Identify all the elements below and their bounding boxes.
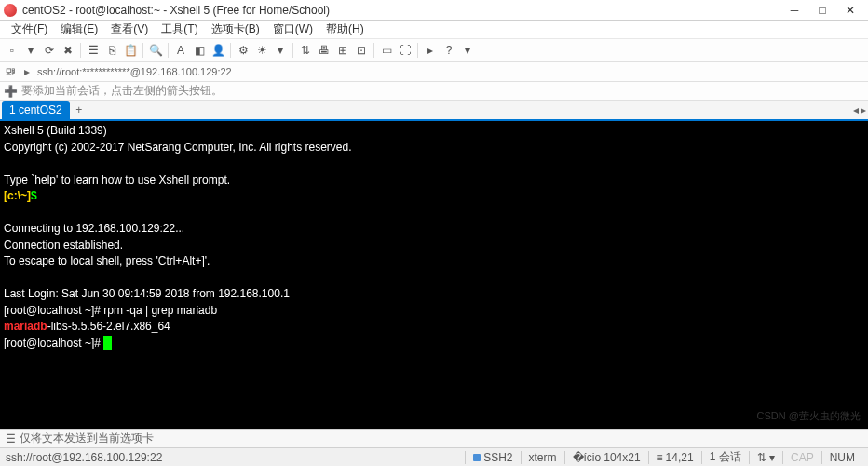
status-cap: CAP bbox=[782, 451, 821, 464]
tab-bar: 1 centOS2 + ◂ ▸ bbox=[0, 101, 868, 121]
escape-line: To escape to local shell, press 'Ctrl+Al… bbox=[4, 254, 210, 267]
transfer-icon[interactable]: ⇅ bbox=[297, 42, 314, 59]
separator bbox=[417, 43, 418, 58]
hint-bar: ➕ 要添加当前会话，点击左侧的箭头按钮。 bbox=[0, 82, 868, 101]
status-bar: ssh://root@192.168.100.129:22 SSH2 xterm… bbox=[0, 447, 868, 466]
tab-next-icon[interactable]: ▸ bbox=[861, 103, 866, 116]
banner-line: Copyright (c) 2002-2017 NetSarang Comput… bbox=[4, 141, 352, 154]
local-prompt: [c:\~] bbox=[4, 189, 31, 202]
disconnect-icon[interactable]: ✖ bbox=[60, 42, 76, 59]
toolbar: ▫ ▾ ⟳ ✖ ☰ ⎘ 📋 🔍 A ◧ 👤 ⚙ ☀ ▾ ⇅ 🖶 ⊞ ⊡ ▭ ⛶ … bbox=[0, 39, 868, 62]
session-tab[interactable]: 1 centOS2 bbox=[2, 101, 70, 119]
minimize-button[interactable]: ─ bbox=[780, 1, 808, 20]
menu-help[interactable]: 帮助(H) bbox=[320, 20, 370, 39]
tool-icon[interactable]: ▾ bbox=[272, 42, 289, 59]
open-session-icon[interactable]: ▾ bbox=[22, 42, 39, 59]
reconnect-icon[interactable]: ⟳ bbox=[41, 42, 58, 59]
cursor bbox=[103, 336, 112, 350]
status-ssh: SSH2 bbox=[465, 451, 520, 464]
maximize-button[interactable]: □ bbox=[808, 1, 836, 20]
font-icon[interactable]: A bbox=[172, 42, 189, 59]
close-button[interactable]: ✕ bbox=[836, 1, 864, 20]
paste-icon[interactable]: 📋 bbox=[122, 42, 139, 59]
terminal[interactable]: Xshell 5 (Build 1339) Copyright (c) 2002… bbox=[0, 121, 868, 429]
separator bbox=[168, 43, 169, 58]
tool-icon[interactable]: ⚙ bbox=[235, 42, 251, 59]
tab-label: 1 centOS2 bbox=[9, 103, 62, 116]
status-num: NUM bbox=[821, 451, 862, 464]
watermark: CSDN @萤火虫的微光 bbox=[757, 410, 861, 423]
address-input[interactable]: ssh://root:************@192.168.100.129:… bbox=[37, 66, 864, 77]
connecting-line: Connecting to 192.168.100.129:22... bbox=[4, 222, 184, 235]
grep-match: mariadb bbox=[4, 320, 47, 333]
prompt-symbol: $ bbox=[31, 189, 37, 202]
status-term: xterm bbox=[521, 451, 564, 464]
menu-edit[interactable]: 编辑(E) bbox=[55, 20, 103, 39]
menu-bar: 文件(F) 编辑(E) 查看(V) 工具(T) 选项卡(B) 窗口(W) 帮助(… bbox=[0, 21, 868, 39]
help-icon[interactable]: ? bbox=[441, 42, 457, 59]
shell-prompt: [root@localhost ~]# bbox=[4, 304, 103, 317]
menu-file[interactable]: 文件(F) bbox=[6, 20, 53, 39]
separator bbox=[292, 43, 293, 58]
tool-icon[interactable]: ☀ bbox=[253, 42, 270, 59]
tool-icon[interactable]: ⊡ bbox=[353, 42, 370, 59]
tool-icon[interactable]: ⊞ bbox=[334, 42, 351, 59]
separator bbox=[230, 43, 231, 58]
window-title: centOS2 - root@localhost:~ - Xshell 5 (F… bbox=[22, 4, 780, 17]
separator bbox=[373, 43, 374, 58]
new-session-icon[interactable]: ▫ bbox=[4, 42, 20, 59]
dropdown-icon[interactable]: ▾ bbox=[459, 42, 476, 59]
help-line: Type `help' to learn how to use Xshell p… bbox=[4, 173, 230, 186]
shell-prompt: [root@localhost ~]# bbox=[4, 336, 103, 350]
compose-text: 仅将文本发送到当前选项卡 bbox=[20, 431, 154, 446]
color-icon[interactable]: ◧ bbox=[191, 42, 208, 59]
tab-nav: ◂ ▸ bbox=[853, 101, 866, 119]
layout-icon[interactable]: ▭ bbox=[378, 42, 395, 59]
status-size: �ício 104x21 bbox=[564, 451, 648, 464]
last-login-line: Last Login: Sat Jun 30 09:14:59 2018 fro… bbox=[4, 287, 290, 300]
address-bar: 🖳 ▸ ssh://root:************@192.168.100.… bbox=[0, 62, 868, 82]
status-pos: ≡ 14,21 bbox=[648, 451, 701, 464]
add-icon[interactable]: ➕ bbox=[4, 85, 18, 98]
copy-icon[interactable]: ⎘ bbox=[103, 42, 120, 59]
host-icon: 🖳 bbox=[4, 65, 17, 78]
status-more[interactable]: ⇅ ▾ bbox=[749, 451, 782, 464]
established-line: Connection established. bbox=[4, 239, 123, 252]
find-icon[interactable]: 🔍 bbox=[147, 42, 164, 59]
arrow-icon: ▸ bbox=[20, 65, 34, 78]
separator bbox=[142, 43, 143, 58]
properties-icon[interactable]: ☰ bbox=[85, 42, 102, 59]
tab-prev-icon[interactable]: ◂ bbox=[853, 103, 859, 116]
user-icon[interactable]: 👤 bbox=[210, 42, 226, 59]
new-tab-button[interactable]: + bbox=[70, 101, 88, 119]
menu-window[interactable]: 窗口(W) bbox=[267, 20, 319, 39]
separator bbox=[80, 43, 81, 58]
lock-icon bbox=[473, 454, 481, 461]
hint-text: 要添加当前会话，点击左侧的箭头按钮。 bbox=[21, 83, 223, 99]
compose-icon[interactable]: ☰ bbox=[6, 432, 16, 445]
status-connection: ssh://root@192.168.100.129:22 bbox=[6, 451, 465, 464]
compose-bar: ☰ 仅将文本发送到当前选项卡 bbox=[0, 429, 868, 447]
menu-tabs[interactable]: 选项卡(B) bbox=[206, 20, 265, 39]
title-bar: centOS2 - root@localhost:~ - Xshell 5 (F… bbox=[0, 0, 868, 21]
print-icon[interactable]: 🖶 bbox=[316, 42, 332, 59]
fullscreen-icon[interactable]: ⛶ bbox=[397, 42, 414, 59]
script-icon[interactable]: ▸ bbox=[422, 42, 439, 59]
menu-view[interactable]: 查看(V) bbox=[105, 20, 154, 39]
status-sessions: 1 会话 bbox=[701, 451, 749, 464]
command-text: rpm -qa | grep mariadb bbox=[103, 304, 217, 317]
banner-line: Xshell 5 (Build 1339) bbox=[4, 124, 107, 137]
menu-tools[interactable]: 工具(T) bbox=[156, 20, 203, 39]
app-icon bbox=[4, 4, 17, 17]
grep-rest: -libs-5.5.56-2.el7.x86_64 bbox=[47, 320, 170, 333]
